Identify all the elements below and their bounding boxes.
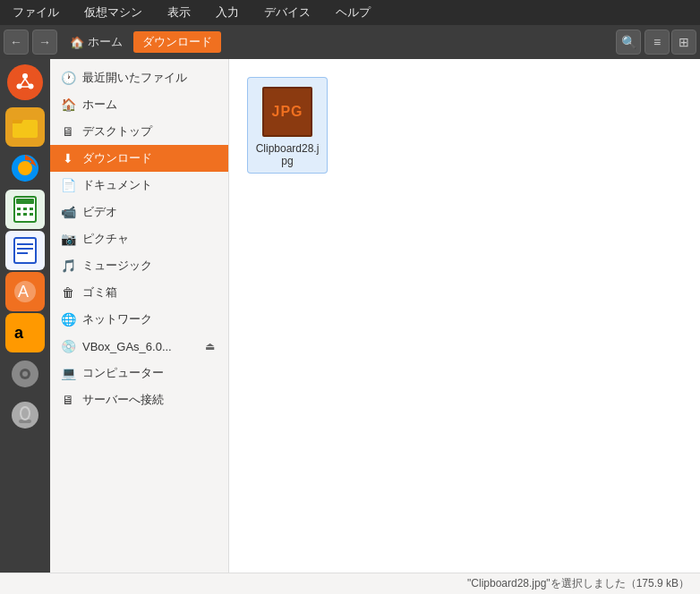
sidebar-trash-label: ゴミ箱 <box>82 284 218 301</box>
amazon-dock-icon[interactable]: a <box>5 313 45 352</box>
sidebar-server-label: サーバーへ接続 <box>82 392 218 408</box>
toolbar: ← → 🏠 ホーム ダウンロード 🔍 ≡ ⊞ <box>0 25 700 59</box>
sidebar-item-home[interactable]: 🏠 ホーム <box>50 91 228 118</box>
svg-rect-17 <box>17 248 33 250</box>
svg-rect-18 <box>17 252 28 254</box>
calc-svg <box>11 195 39 224</box>
trash-icon: 🗑 <box>61 285 75 300</box>
install-svg: A <box>11 277 39 306</box>
desktop-icon: 🖥 <box>61 124 75 139</box>
home-sidebar-icon: 🏠 <box>61 98 75 112</box>
search-button[interactable]: 🔍 <box>616 30 641 55</box>
content-area: A a <box>0 59 700 573</box>
sidebar-item-downloads[interactable]: ⬇ ダウンロード <box>50 145 228 172</box>
svg-text:a: a <box>14 324 24 342</box>
music-icon: 🎵 <box>61 259 75 273</box>
video-icon: 📹 <box>61 205 75 219</box>
sidebar-item-trash[interactable]: 🗑 ゴミ箱 <box>50 279 228 306</box>
sidebar-video-label: ビデオ <box>82 204 218 220</box>
ubuntu-svg <box>13 70 38 95</box>
left-dock: A a <box>0 59 50 573</box>
svg-point-1 <box>22 73 28 79</box>
main-window: ← → 🏠 ホーム ダウンロード 🔍 ≡ ⊞ <box>0 25 700 594</box>
svg-rect-11 <box>30 208 33 210</box>
sidebar: 🕐 最近開いたファイル 🏠 ホーム 🖥 デスクトップ ⬇ ダウンロード 📄 ドキ <box>50 59 229 573</box>
svg-rect-12 <box>17 213 21 216</box>
sidebar-documents-label: ドキュメント <box>82 177 218 193</box>
menu-view[interactable]: 表示 <box>162 3 196 22</box>
settings-dock-icon[interactable] <box>5 354 45 394</box>
menu-help[interactable]: ヘルプ <box>330 3 376 22</box>
grid-view-button[interactable]: ⊞ <box>671 30 696 55</box>
breadcrumb-home-label: ホーム <box>88 34 123 50</box>
calc-dock-icon[interactable] <box>5 190 45 229</box>
writer-svg <box>11 236 39 265</box>
svg-point-6 <box>18 161 32 175</box>
svg-rect-15 <box>14 238 36 263</box>
sidebar-home-label: ホーム <box>82 97 218 113</box>
sidebar-item-desktop[interactable]: 🖥 デスクトップ <box>50 118 228 145</box>
eject-icon[interactable]: ⏏ <box>201 338 218 354</box>
folder-svg <box>11 113 39 141</box>
svg-point-28 <box>21 408 29 419</box>
list-view-button[interactable]: ≡ <box>645 30 670 55</box>
sidebar-item-server[interactable]: 🖥 サーバーへ接続 <box>50 386 228 413</box>
sidebar-pictures-label: ピクチャ <box>82 231 218 247</box>
sidebar-item-network[interactable]: 🌐 ネットワーク <box>50 306 228 333</box>
amazon-svg: a <box>11 318 39 347</box>
jpg-icon: JPG <box>262 87 312 137</box>
system-svg <box>10 400 40 430</box>
firefox-dock-icon[interactable] <box>5 148 45 188</box>
sidebar-downloads-label: ダウンロード <box>82 150 218 166</box>
sidebar-item-recent[interactable]: 🕐 最近開いたファイル <box>50 64 228 91</box>
server-icon: 🖥 <box>61 393 75 407</box>
ubuntu-circle <box>7 64 43 100</box>
camera-icon: 📷 <box>61 232 75 246</box>
document-icon: 📄 <box>61 178 75 192</box>
menu-vm[interactable]: 仮想マシン <box>79 3 148 22</box>
settings-svg <box>10 359 40 389</box>
menu-devices[interactable]: デバイス <box>259 3 316 22</box>
menu-input[interactable]: 入力 <box>210 3 244 22</box>
file-name: Clipboard28.jpg <box>253 142 321 167</box>
network-icon: 🌐 <box>61 312 75 327</box>
svg-text:A: A <box>18 283 29 301</box>
file-item-clipboard28[interactable]: JPG Clipboard28.jpg <box>247 77 328 174</box>
system-dock-icon[interactable] <box>5 395 45 435</box>
sidebar-music-label: ミュージック <box>82 258 218 274</box>
back-button[interactable]: ← <box>4 30 29 55</box>
file-manager-dock-icon[interactable] <box>5 107 45 147</box>
file-icon-container: JPG <box>259 83 316 140</box>
sidebar-item-video[interactable]: 📹 ビデオ <box>50 199 228 225</box>
firefox-svg <box>10 153 40 183</box>
sidebar-network-label: ネットワーク <box>82 311 218 327</box>
breadcrumb-home[interactable]: 🏠 ホーム <box>61 31 132 53</box>
install-dock-icon[interactable]: A <box>5 272 45 311</box>
sidebar-recent-label: 最近開いたファイル <box>82 70 218 86</box>
sidebar-computer-label: コンピューター <box>82 365 218 381</box>
sidebar-desktop-label: デスクトップ <box>82 123 218 140</box>
sidebar-item-pictures[interactable]: 📷 ピクチャ <box>50 225 228 252</box>
forward-button[interactable]: → <box>32 30 57 55</box>
svg-point-24 <box>22 371 28 377</box>
sidebar-item-computer[interactable]: 💻 コンピューター <box>50 360 228 386</box>
clock-icon: 🕐 <box>61 71 75 85</box>
menu-bar: ファイル 仮想マシン 表示 入力 デバイス ヘルプ <box>0 0 700 25</box>
status-text: "Clipboard28.jpg"を選択しました（175.9 kB） <box>467 576 689 591</box>
svg-rect-9 <box>17 208 21 210</box>
sidebar-item-music[interactable]: 🎵 ミュージック <box>50 252 228 279</box>
ubuntu-logo-icon[interactable] <box>5 63 45 102</box>
computer-icon: 💻 <box>61 366 75 380</box>
sidebar-vbox-label: VBox_GAs_6.0... <box>82 340 194 353</box>
writer-dock-icon[interactable] <box>5 231 45 270</box>
sidebar-item-vbox[interactable]: 💿 VBox_GAs_6.0... ⏏ <box>50 333 228 360</box>
menu-file[interactable]: ファイル <box>7 3 64 22</box>
view-buttons: ≡ ⊞ <box>645 30 696 55</box>
download-icon: ⬇ <box>61 151 75 165</box>
svg-rect-13 <box>23 213 27 216</box>
home-icon: 🏠 <box>70 36 84 49</box>
file-area: JPG Clipboard28.jpg <box>229 59 700 573</box>
sidebar-item-documents[interactable]: 📄 ドキュメント <box>50 172 228 199</box>
svg-rect-10 <box>23 208 27 210</box>
breadcrumb-downloads[interactable]: ダウンロード <box>133 31 221 53</box>
